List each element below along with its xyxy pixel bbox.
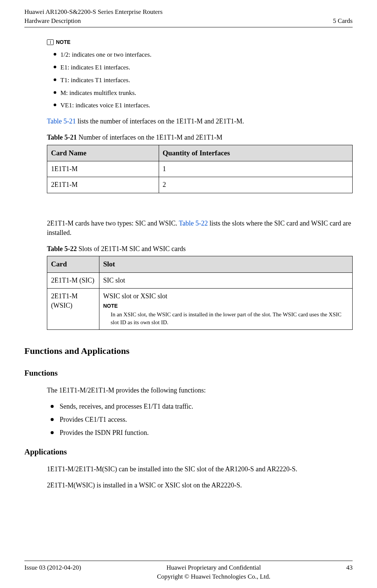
cell-slot: SIC slot — [99, 272, 352, 288]
header-right: 5 Cards — [333, 8, 353, 26]
col-card: Card — [47, 256, 99, 273]
paragraph-text: 2E1T1-M cards have two types: SIC and WS… — [47, 220, 179, 227]
subsection-applications: Applications — [24, 447, 353, 457]
list-item: Provides CE1/T1 access. — [47, 415, 353, 424]
table-ref-link[interactable]: Table 5-21 — [47, 117, 76, 125]
subsection-functions: Functions — [24, 368, 353, 379]
cell-slot: WSIC slot or XSIC slot NOTE In an XSIC s… — [99, 288, 352, 329]
note-block: NOTE 1/2: indicates one or two interface… — [47, 39, 353, 110]
note-list: 1/2: indicates one or two interfaces. E1… — [47, 50, 353, 110]
col-card-name: Card Name — [47, 145, 159, 161]
table-22: Card Slot 2E1T1-M (SIC) SIC slot 2E1T1-M… — [47, 256, 353, 330]
slot-text: WSIC slot or XSIC slot — [103, 292, 167, 300]
cell-card-name: 1E1T1-M — [47, 161, 159, 177]
applications-p1: 1E1T1-M/2E1T1-M(SIC) can be installed in… — [47, 465, 353, 474]
cell-qty: 1 — [159, 161, 352, 177]
table-row: 1E1T1-M 1 — [47, 161, 353, 177]
footer-copyright: Copyright © Huawei Technologies Co., Ltd… — [81, 572, 346, 581]
cell-card: 2E1T1-M (SIC) — [47, 272, 99, 288]
note-label: NOTE — [56, 39, 71, 46]
footer-confidential: Huawei Proprietary and Confidential — [81, 563, 346, 572]
chapter-label: 5 Cards — [333, 17, 353, 26]
table-21: Card Name Quantity of Interfaces 1E1T1-M… — [47, 145, 353, 193]
table-row: 2E1T1-M 2 — [47, 177, 353, 193]
note-item: VE1: indicates voice E1 interfaces. — [54, 101, 353, 110]
cell-note-text: In an XSIC slot, the WSIC card is instal… — [103, 311, 348, 326]
table-22-caption: Table 5-22 Slots of 2E1T1-M SIC and WSIC… — [47, 244, 353, 254]
list-item: Sends, receives, and processes E1/T1 dat… — [47, 402, 353, 411]
table-row: 2E1T1-M (SIC) SIC slot — [47, 272, 353, 288]
footer-issue: Issue 03 (2012-04-20) — [24, 563, 81, 572]
caption-text: Slots of 2E1T1-M SIC and WSIC cards — [77, 245, 186, 253]
table-header-row: Card Slot — [47, 256, 353, 273]
doc-title-line1: Huawei AR1200-S&2200-S Series Enterprise… — [24, 8, 162, 17]
note-item: T1: indicates T1 interfaces. — [54, 76, 353, 85]
footer-center: Huawei Proprietary and Confidential Copy… — [81, 563, 346, 581]
cell-qty: 2 — [159, 177, 352, 193]
cell-note-label: NOTE — [103, 302, 348, 310]
page-header: Huawei AR1200-S&2200-S Series Enterprise… — [24, 8, 353, 27]
paragraph: Table 5-21 lists the number of interface… — [47, 117, 353, 126]
cell-card: 2E1T1-M (WSIC) — [47, 288, 99, 329]
table-row: 2E1T1-M (WSIC) WSIC slot or XSIC slot NO… — [47, 288, 353, 329]
table-21-caption: Table 5-21 Number of interfaces on the 1… — [47, 133, 353, 142]
note-item: E1: indicates E1 interfaces. — [54, 63, 353, 72]
note-icon — [47, 39, 54, 45]
caption-bold: Table 5-22 — [47, 245, 77, 253]
note-header: NOTE — [47, 39, 353, 46]
note-item: M: indicates multiflex trunks. — [54, 89, 353, 98]
footer-page-number: 43 — [346, 563, 353, 572]
caption-bold: Table 5-21 — [47, 134, 77, 141]
section-functions-applications: Functions and Applications — [24, 345, 353, 358]
table-ref-link[interactable]: Table 5-22 — [179, 220, 208, 227]
note-item: 1/2: indicates one or two interfaces. — [54, 50, 353, 59]
table-header-row: Card Name Quantity of Interfaces — [47, 145, 353, 161]
functions-list: Sends, receives, and processes E1/T1 dat… — [47, 402, 353, 438]
paragraph: 2E1T1-M cards have two types: SIC and WS… — [47, 219, 353, 238]
col-qty-interfaces: Quantity of Interfaces — [159, 145, 352, 161]
page-footer: Issue 03 (2012-04-20) Huawei Proprietary… — [24, 561, 353, 581]
col-slot: Slot — [99, 256, 352, 273]
header-left: Huawei AR1200-S&2200-S Series Enterprise… — [24, 8, 162, 26]
paragraph-text: lists the number of interfaces on the 1E… — [76, 117, 244, 125]
list-item: Provides the ISDN PRI function. — [47, 428, 353, 438]
functions-intro: The 1E1T1-M/2E1T1-M provides the followi… — [47, 386, 353, 395]
doc-title-line2: Hardware Description — [24, 17, 162, 26]
caption-text: Number of interfaces on the 1E1T1-M and … — [77, 134, 222, 141]
applications-p2: 2E1T1-M(WSIC) is installed in a WSIC or … — [47, 481, 353, 490]
cell-card-name: 2E1T1-M — [47, 177, 159, 193]
